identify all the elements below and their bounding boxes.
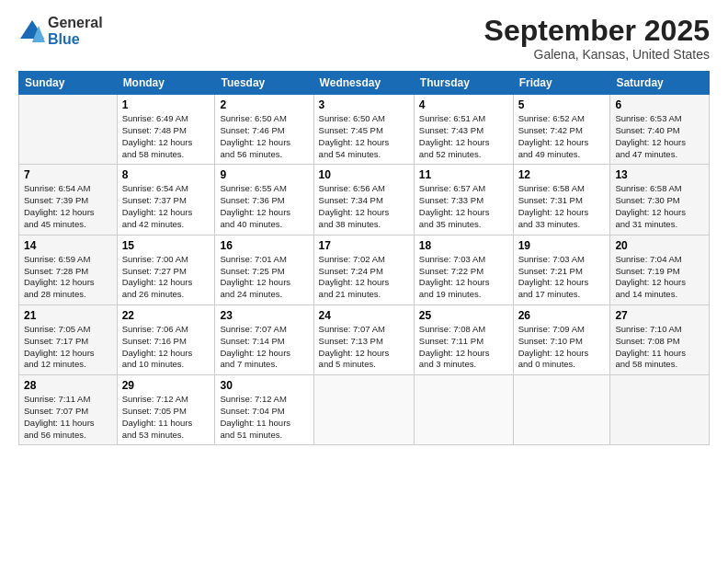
day-info: Sunrise: 7:12 AMSunset: 7:05 PMDaylight:…	[122, 394, 210, 441]
calendar-day-cell: 22Sunrise: 7:06 AMSunset: 7:16 PMDayligh…	[117, 304, 215, 374]
day-info: Sunrise: 7:04 AMSunset: 7:19 PMDaylight:…	[615, 254, 704, 301]
day-number: 4	[419, 98, 508, 111]
calendar-day-cell	[313, 375, 414, 445]
calendar-day-cell	[610, 375, 710, 445]
day-number: 9	[220, 168, 308, 181]
day-number: 2	[220, 98, 308, 111]
calendar-week-row: 7Sunrise: 6:54 AMSunset: 7:39 PMDaylight…	[19, 165, 710, 235]
calendar-week-row: 21Sunrise: 7:05 AMSunset: 7:17 PMDayligh…	[19, 304, 710, 374]
day-number: 7	[24, 168, 112, 181]
day-number: 28	[24, 379, 112, 392]
day-number: 26	[518, 309, 606, 322]
calendar-day-cell: 12Sunrise: 6:58 AMSunset: 7:31 PMDayligh…	[513, 165, 610, 235]
calendar-week-row: 1Sunrise: 6:49 AMSunset: 7:48 PMDaylight…	[19, 95, 710, 165]
day-info: Sunrise: 7:10 AMSunset: 7:08 PMDaylight:…	[615, 324, 704, 371]
calendar-header-sunday: Sunday	[19, 72, 118, 95]
calendar-day-cell: 25Sunrise: 7:08 AMSunset: 7:11 PMDayligh…	[414, 304, 513, 374]
day-number: 27	[615, 309, 704, 322]
day-info: Sunrise: 7:08 AMSunset: 7:11 PMDaylight:…	[419, 324, 508, 371]
day-info: Sunrise: 7:12 AMSunset: 7:04 PMDaylight:…	[220, 394, 308, 441]
day-number: 19	[518, 239, 606, 252]
day-number: 21	[24, 309, 112, 322]
calendar-day-cell: 2Sunrise: 6:50 AMSunset: 7:46 PMDaylight…	[215, 95, 313, 165]
calendar-day-cell: 29Sunrise: 7:12 AMSunset: 7:05 PMDayligh…	[117, 375, 215, 445]
calendar-header-thursday: Thursday	[414, 72, 513, 95]
day-number: 15	[122, 239, 210, 252]
day-number: 1	[122, 98, 210, 111]
day-info: Sunrise: 6:57 AMSunset: 7:33 PMDaylight:…	[419, 183, 508, 230]
calendar-day-cell: 7Sunrise: 6:54 AMSunset: 7:39 PMDaylight…	[19, 165, 118, 235]
day-info: Sunrise: 6:54 AMSunset: 7:37 PMDaylight:…	[122, 183, 210, 230]
day-info: Sunrise: 7:11 AMSunset: 7:07 PMDaylight:…	[24, 394, 112, 441]
day-number: 18	[419, 239, 508, 252]
day-number: 12	[518, 168, 606, 181]
calendar-header-row: SundayMondayTuesdayWednesdayThursdayFrid…	[19, 72, 710, 95]
day-info: Sunrise: 6:51 AMSunset: 7:43 PMDaylight:…	[419, 113, 508, 160]
day-info: Sunrise: 6:53 AMSunset: 7:40 PMDaylight:…	[615, 113, 704, 160]
month-title: September 2025	[484, 15, 710, 47]
day-number: 22	[122, 309, 210, 322]
day-number: 23	[220, 309, 308, 322]
day-info: Sunrise: 7:00 AMSunset: 7:27 PMDaylight:…	[122, 254, 210, 301]
day-number: 16	[220, 239, 308, 252]
title-block: September 2025 Galena, Kansas, United St…	[484, 15, 710, 62]
day-info: Sunrise: 7:07 AMSunset: 7:14 PMDaylight:…	[220, 324, 308, 371]
day-number: 29	[122, 379, 210, 392]
day-info: Sunrise: 6:49 AMSunset: 7:48 PMDaylight:…	[122, 113, 210, 160]
calendar-day-cell: 17Sunrise: 7:02 AMSunset: 7:24 PMDayligh…	[313, 235, 414, 304]
day-info: Sunrise: 6:58 AMSunset: 7:31 PMDaylight:…	[518, 183, 606, 230]
day-info: Sunrise: 6:59 AMSunset: 7:28 PMDaylight:…	[24, 254, 112, 301]
page-header: General Blue September 2025 Galena, Kans…	[18, 15, 710, 62]
day-number: 5	[518, 98, 606, 111]
calendar-day-cell: 30Sunrise: 7:12 AMSunset: 7:04 PMDayligh…	[215, 375, 313, 445]
calendar-day-cell: 10Sunrise: 6:56 AMSunset: 7:34 PMDayligh…	[313, 165, 414, 235]
calendar-day-cell: 28Sunrise: 7:11 AMSunset: 7:07 PMDayligh…	[19, 375, 118, 445]
calendar-day-cell: 21Sunrise: 7:05 AMSunset: 7:17 PMDayligh…	[19, 304, 118, 374]
calendar-header-saturday: Saturday	[610, 72, 710, 95]
calendar-day-cell: 5Sunrise: 6:52 AMSunset: 7:42 PMDaylight…	[513, 95, 610, 165]
calendar-day-cell: 3Sunrise: 6:50 AMSunset: 7:45 PMDaylight…	[313, 95, 414, 165]
calendar-day-cell: 24Sunrise: 7:07 AMSunset: 7:13 PMDayligh…	[313, 304, 414, 374]
day-info: Sunrise: 7:02 AMSunset: 7:24 PMDaylight:…	[319, 254, 409, 301]
day-info: Sunrise: 7:05 AMSunset: 7:17 PMDaylight:…	[24, 324, 112, 371]
day-number: 30	[220, 379, 308, 392]
day-number: 14	[24, 239, 112, 252]
calendar-day-cell: 13Sunrise: 6:58 AMSunset: 7:30 PMDayligh…	[610, 165, 710, 235]
day-info: Sunrise: 7:01 AMSunset: 7:25 PMDaylight:…	[220, 254, 308, 301]
calendar-day-cell: 1Sunrise: 6:49 AMSunset: 7:48 PMDaylight…	[117, 95, 215, 165]
calendar-day-cell: 18Sunrise: 7:03 AMSunset: 7:22 PMDayligh…	[414, 235, 513, 304]
day-info: Sunrise: 7:09 AMSunset: 7:10 PMDaylight:…	[518, 324, 606, 371]
calendar-day-cell	[19, 95, 118, 165]
day-info: Sunrise: 6:50 AMSunset: 7:46 PMDaylight:…	[220, 113, 308, 160]
day-info: Sunrise: 7:07 AMSunset: 7:13 PMDaylight:…	[319, 324, 409, 371]
logo-blue-text: Blue	[48, 31, 103, 48]
day-info: Sunrise: 6:50 AMSunset: 7:45 PMDaylight:…	[319, 113, 409, 160]
calendar-week-row: 14Sunrise: 6:59 AMSunset: 7:28 PMDayligh…	[19, 235, 710, 304]
calendar-week-row: 28Sunrise: 7:11 AMSunset: 7:07 PMDayligh…	[19, 375, 710, 445]
calendar-day-cell: 19Sunrise: 7:03 AMSunset: 7:21 PMDayligh…	[513, 235, 610, 304]
calendar-day-cell: 15Sunrise: 7:00 AMSunset: 7:27 PMDayligh…	[117, 235, 215, 304]
day-number: 25	[419, 309, 508, 322]
day-info: Sunrise: 7:03 AMSunset: 7:21 PMDaylight:…	[518, 254, 606, 301]
calendar-header-tuesday: Tuesday	[215, 72, 313, 95]
day-info: Sunrise: 6:56 AMSunset: 7:34 PMDaylight:…	[319, 183, 409, 230]
calendar-day-cell	[414, 375, 513, 445]
day-number: 8	[122, 168, 210, 181]
calendar-day-cell: 6Sunrise: 6:53 AMSunset: 7:40 PMDaylight…	[610, 95, 710, 165]
day-info: Sunrise: 6:58 AMSunset: 7:30 PMDaylight:…	[615, 183, 704, 230]
day-number: 13	[615, 168, 704, 181]
day-number: 24	[319, 309, 409, 322]
day-number: 10	[319, 168, 409, 181]
logo-general-text: General	[48, 15, 103, 31]
day-info: Sunrise: 7:03 AMSunset: 7:22 PMDaylight:…	[419, 254, 508, 301]
calendar-header-friday: Friday	[513, 72, 610, 95]
day-number: 6	[615, 98, 704, 111]
calendar-day-cell: 26Sunrise: 7:09 AMSunset: 7:10 PMDayligh…	[513, 304, 610, 374]
day-number: 17	[319, 239, 409, 252]
calendar-day-cell: 4Sunrise: 6:51 AMSunset: 7:43 PMDaylight…	[414, 95, 513, 165]
day-info: Sunrise: 7:06 AMSunset: 7:16 PMDaylight:…	[122, 324, 210, 371]
day-number: 3	[319, 98, 409, 111]
calendar-header-wednesday: Wednesday	[313, 72, 414, 95]
day-number: 20	[615, 239, 704, 252]
calendar-day-cell: 23Sunrise: 7:07 AMSunset: 7:14 PMDayligh…	[215, 304, 313, 374]
